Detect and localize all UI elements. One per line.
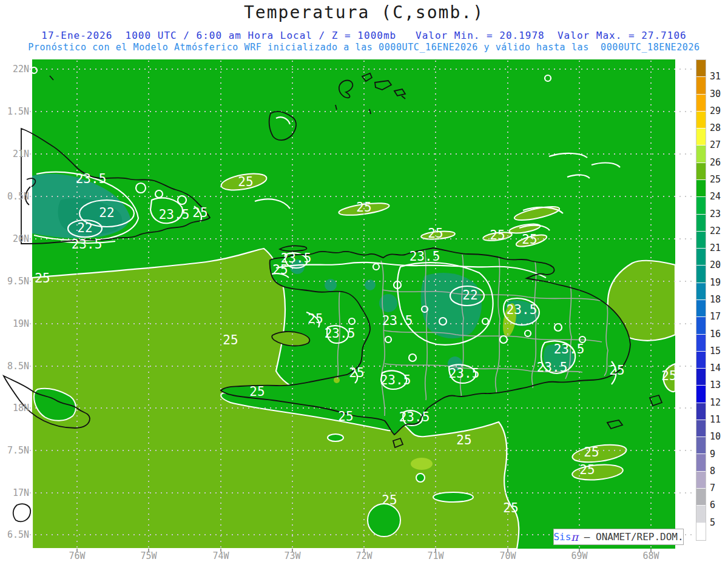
contour-label: 25 — [223, 333, 238, 347]
lat-axis-label: 7.5N — [0, 445, 29, 456]
contour-label: 23.5 — [449, 366, 480, 381]
colorbar-segment — [696, 472, 706, 489]
colorbar-tick-label: 23 — [710, 209, 721, 219]
colorbar-segment — [696, 249, 706, 266]
lat-axis-label: 1.5N — [0, 106, 29, 117]
lat-axis-label: 6.5N — [0, 529, 29, 540]
colorbar-tick-label: 27 — [710, 139, 721, 150]
lat-axis-label: 22N — [0, 64, 29, 75]
lon-axis-label: 75W — [135, 550, 162, 561]
temperature-map: 23.5222223.52523.525252525252523.52523.5… — [0, 0, 728, 562]
lon-axis-label: 73W — [279, 550, 306, 561]
colorbar-segment — [696, 266, 706, 283]
contour-label: 25 — [661, 369, 676, 383]
colorbar-segment — [696, 317, 706, 334]
contour-label: 23.5 — [537, 360, 568, 375]
colorbar-segment — [696, 77, 706, 94]
colorbar-segment — [696, 352, 706, 369]
colorbar-tick-label: 12 — [710, 397, 721, 408]
colorbar-tick-label: 16 — [710, 329, 721, 340]
contour-label: 25 — [503, 501, 518, 515]
contour-label: 22 — [462, 288, 477, 303]
contour-label: 23.5 — [410, 249, 440, 264]
contour-label: 25 — [382, 493, 397, 507]
colorbar-segment — [696, 369, 706, 386]
colorbar-segment — [696, 163, 706, 180]
contour-label: 25 — [428, 226, 443, 241]
contour-label: 25 — [238, 175, 253, 189]
colorbar-segment — [696, 95, 706, 112]
contour-label: 25 — [522, 232, 537, 247]
colorbar-segment — [696, 403, 706, 420]
colorbar-segment — [696, 215, 706, 232]
colorbar-tick-label: 15 — [710, 346, 721, 356]
colorbar-segment — [696, 489, 706, 506]
colorbar-tick-label: 25 — [710, 174, 721, 185]
lat-axis-label: 20N — [0, 233, 29, 244]
colorbar-segment — [696, 506, 706, 523]
colorbar-tick-label: 6 — [710, 500, 715, 510]
branding-sis: Sis — [553, 531, 571, 543]
lon-axis-label: 76W — [64, 550, 90, 561]
colorbar-tick-label: 31 — [710, 71, 721, 82]
colorbar-tick-label: 7 — [710, 483, 715, 493]
lat-axis-label: 8.5N — [0, 361, 29, 372]
branding-box: Sisπ – ONAMET/REP.DOM. — [553, 529, 684, 545]
contour-label: 25 — [490, 228, 505, 243]
lat-axis-label: 9.5N — [0, 276, 29, 287]
colorbar-segment — [696, 232, 706, 249]
colorbar-tick-label: 5 — [710, 517, 715, 528]
colorbar-segment — [696, 523, 706, 540]
contour-label: 25 — [456, 433, 471, 447]
colorbar-tick-label: 10 — [710, 431, 721, 442]
lat-axis-label: 19N — [0, 318, 29, 329]
colorbar-segment — [696, 283, 706, 300]
branding-onamet: – ONAMET/REP.DOM. — [578, 531, 683, 543]
lon-axis-label: 72W — [351, 550, 377, 561]
lon-axis-label: 74W — [207, 550, 234, 561]
colorbar-tick-label: 9 — [710, 449, 715, 460]
colorbar-tick-label: 18 — [710, 294, 721, 305]
contour-label: 22 — [77, 221, 92, 235]
contour-label: 23.5 — [76, 172, 107, 186]
colorbar-tick-label: 30 — [710, 89, 721, 99]
colorbar-tick-label: 14 — [710, 363, 721, 373]
colorbar-tick-label: 22 — [710, 226, 721, 236]
contour-label: 23.5 — [399, 410, 430, 424]
colorbar-segment — [696, 60, 706, 77]
lon-axis-label: 71W — [422, 550, 449, 561]
colorbar-tick-label: 19 — [710, 277, 721, 288]
colorbar-segment — [696, 180, 706, 197]
colorbar-segment — [696, 197, 706, 214]
contour-label: 25 — [249, 384, 265, 399]
colorbar-tick-label: 13 — [710, 380, 721, 390]
lat-axis-label: 21N — [0, 149, 29, 159]
contour-label: 25 — [35, 271, 50, 286]
colorbar — [696, 59, 706, 541]
weather-map-page: Temperatura (C,somb.) 17-Ene-2026 1000 U… — [0, 0, 728, 562]
contour-label: 25 — [579, 463, 595, 477]
colorbar-segment — [696, 335, 706, 352]
contour-label: 25 — [272, 263, 288, 277]
contour-label: 25 — [356, 200, 371, 215]
contour-label: 23.5 — [382, 313, 413, 328]
colorbar-segment — [696, 129, 706, 146]
lon-axis-label: 69W — [566, 550, 593, 561]
contour-label: 22 — [99, 206, 114, 220]
contour-label: 25 — [349, 366, 364, 380]
contour-label: 23.5 — [380, 373, 411, 387]
lon-axis-label: 68W — [638, 550, 664, 561]
contour-label: 25 — [308, 312, 323, 326]
colorbar-tick-label: 11 — [710, 414, 721, 425]
colorbar-tick-label: 28 — [710, 122, 721, 133]
colorbar-segment — [696, 300, 706, 317]
contour-label: 23.5 — [325, 326, 356, 341]
contour-label: 23.5 — [554, 342, 585, 356]
colorbar-segment — [696, 146, 706, 162]
colorbar-tick-label: 21 — [710, 243, 721, 253]
colorbar-segment — [696, 112, 706, 129]
contour-label: 23.5 — [507, 303, 538, 317]
branding-pi-icon: π — [571, 530, 578, 543]
colorbar-tick-label: 17 — [710, 311, 721, 322]
colorbar-tick-label: 26 — [710, 157, 721, 168]
